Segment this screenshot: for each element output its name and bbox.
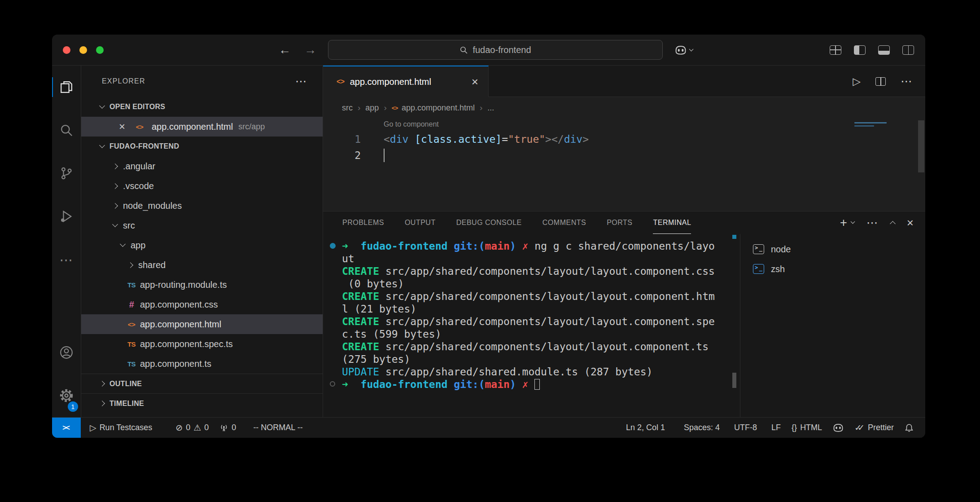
- minimap[interactable]: [854, 122, 887, 127]
- terminal-instance-node[interactable]: node: [740, 239, 925, 259]
- breadcrumb-item-app-component-html[interactable]: <>app.component.html: [392, 103, 475, 113]
- breadcrumb-item-src[interactable]: src: [342, 103, 353, 113]
- codelens-link[interactable]: Go to component: [384, 120, 925, 131]
- eol-setting[interactable]: LF: [766, 418, 786, 438]
- editor-scrollbar[interactable]: [918, 120, 924, 172]
- warning-count: 0: [204, 423, 209, 432]
- code-line-2[interactable]: 2: [323, 147, 925, 163]
- panel-tab-debug-console[interactable]: DEBUG CONSOLE: [456, 211, 522, 234]
- tree-item-app[interactable]: app: [81, 235, 323, 255]
- terminal-text: ): [510, 379, 522, 390]
- toggle-primary-sidebar-icon[interactable]: [854, 45, 866, 55]
- customize-layout-icon[interactable]: [830, 45, 841, 55]
- tree-item-app-routing-module-ts[interactable]: TSapp-routing.module.ts: [81, 275, 323, 295]
- tree-item-shared[interactable]: shared: [81, 255, 323, 275]
- code-token: div: [564, 133, 583, 145]
- accounts-icon[interactable]: [52, 331, 81, 374]
- breadcrumb-item-app[interactable]: app: [365, 103, 379, 113]
- back-icon[interactable]: ←: [279, 43, 291, 57]
- panel-tabs: PROBLEMSOUTPUTDEBUG CONSOLECOMMENTSPORTS…: [342, 211, 691, 234]
- minimize-window-button[interactable]: [79, 46, 87, 54]
- remote-indicator[interactable]: ><: [52, 418, 81, 438]
- panel-more-actions-icon[interactable]: ⋯: [866, 216, 879, 230]
- ellipsis-icon: ⋯: [60, 252, 74, 268]
- search-activity-icon[interactable]: [52, 109, 81, 152]
- open-editor-item[interactable]: × <> app.component.html src/app: [81, 117, 323, 137]
- notifications-bell[interactable]: [899, 418, 919, 438]
- toggle-panel-icon[interactable]: [878, 45, 890, 55]
- timeline-section-header[interactable]: TIMELINE: [81, 393, 323, 413]
- additional-views-icon[interactable]: ⋯: [52, 238, 81, 281]
- bottom-panel: PROBLEMSOUTPUTDEBUG CONSOLECOMMENTSPORTS…: [323, 211, 925, 417]
- vim-mode-indicator[interactable]: -- NORMAL --: [248, 418, 308, 438]
- problems-indicator[interactable]: ⊘ 0 ⚠ 0: [170, 418, 214, 438]
- cursor-position[interactable]: Ln 2, Col 1: [621, 418, 670, 438]
- indentation-setting[interactable]: Spaces: 4: [678, 418, 725, 438]
- editor-actions: ▷ ⋯: [853, 66, 913, 97]
- sidebar-fill: [81, 413, 323, 417]
- breadcrumb-item-[interactable]: ...: [487, 103, 494, 113]
- copilot-status[interactable]: [827, 418, 849, 438]
- terminal-instance-zsh[interactable]: zsh: [740, 259, 925, 279]
- new-terminal-button[interactable]: +: [840, 216, 854, 230]
- settings-gear-icon[interactable]: 1: [52, 374, 81, 417]
- panel-tab-comments[interactable]: COMMENTS: [542, 211, 586, 234]
- broadcast-indicator[interactable]: 0: [214, 418, 241, 438]
- tree-item-app-component-spec-ts[interactable]: TSapp.component.spec.ts: [81, 334, 323, 354]
- tree-item-app-component-css[interactable]: #app.component.css: [81, 295, 323, 314]
- close-panel-icon[interactable]: ×: [907, 216, 914, 230]
- tree-item-angular[interactable]: .angular: [81, 156, 323, 176]
- line-number: 2: [323, 150, 361, 161]
- explorer-activity-icon[interactable]: [52, 66, 81, 109]
- tree-item-node-modules[interactable]: node_modules: [81, 196, 323, 216]
- close-icon[interactable]: ×: [119, 120, 125, 133]
- terminal-instance-label: zsh: [771, 264, 785, 274]
- explorer-actions-icon[interactable]: ⋯: [295, 75, 307, 88]
- terminal-text: fudao-frontend: [348, 379, 454, 390]
- zoom-window-button[interactable]: [96, 46, 104, 54]
- panel-tab-output[interactable]: OUTPUT: [405, 211, 436, 234]
- formatter-status[interactable]: ✓✓ Prettier: [849, 418, 899, 438]
- command-decoration-icon[interactable]: [330, 243, 336, 249]
- language-mode[interactable]: {} HTML: [786, 418, 827, 438]
- copilot-menu-button[interactable]: [675, 35, 693, 66]
- toggle-secondary-sidebar-icon[interactable]: [902, 45, 914, 55]
- panel-tab-terminal[interactable]: TERMINAL: [653, 211, 691, 234]
- tree-item-app-component-html[interactable]: <>app.component.html: [81, 314, 323, 334]
- forward-icon[interactable]: →: [304, 43, 316, 57]
- chevron-right-icon: [112, 203, 118, 209]
- terminal-text: CREATE: [342, 291, 379, 302]
- breadcrumb-label: app.component.html: [402, 103, 475, 113]
- minimap-line: [854, 125, 874, 127]
- terminal-text: (0 bytes): [342, 278, 404, 290]
- split-editor-icon[interactable]: [875, 77, 886, 86]
- terminal[interactable]: ➜ fudao-frontend git:(main) ✗ ng g c sha…: [323, 234, 740, 417]
- braces-icon: {}: [792, 423, 797, 432]
- code-line-1[interactable]: 1<div [class.active]="true"></div>: [323, 131, 925, 147]
- tab-app-component-html[interactable]: <> app.component.html ×: [323, 66, 489, 97]
- source-control-activity-icon[interactable]: [52, 152, 81, 195]
- project-section-header[interactable]: FUDAO-FRONTEND: [81, 137, 323, 156]
- tree-item-app-component-ts[interactable]: TSapp.component.ts: [81, 354, 323, 374]
- run-testcases-button[interactable]: ▷ Run Testcases: [84, 418, 158, 438]
- status-bar: >< ▷ Run Testcases ⊘ 0 ⚠ 0 0 -- NORMAL -…: [52, 417, 925, 438]
- terminal-text: CREATE: [342, 265, 379, 277]
- close-window-button[interactable]: [63, 46, 70, 54]
- maximize-panel-icon[interactable]: [890, 221, 896, 227]
- encoding-setting[interactable]: UTF-8: [729, 418, 762, 438]
- files-icon: [60, 80, 73, 94]
- more-actions-icon[interactable]: ⋯: [901, 75, 913, 88]
- command-decoration-icon[interactable]: [330, 381, 335, 387]
- file-icon-ts-spec: TS: [126, 340, 137, 348]
- command-center-search[interactable]: fudao-frontend: [328, 40, 663, 60]
- close-icon[interactable]: ×: [472, 75, 478, 89]
- panel-tab-ports[interactable]: PORTS: [607, 211, 632, 234]
- run-icon[interactable]: ▷: [853, 75, 861, 88]
- panel-tab-problems[interactable]: PROBLEMS: [342, 211, 384, 234]
- outline-section-header[interactable]: OUTLINE: [81, 374, 323, 393]
- open-editors-header[interactable]: OPEN EDITORS: [81, 97, 323, 117]
- code-editor[interactable]: Go to component 1<div [class.active]="tr…: [323, 119, 925, 211]
- tree-item-vscode[interactable]: .vscode: [81, 176, 323, 196]
- run-debug-activity-icon[interactable]: [52, 195, 81, 238]
- tree-item-src[interactable]: src: [81, 216, 323, 235]
